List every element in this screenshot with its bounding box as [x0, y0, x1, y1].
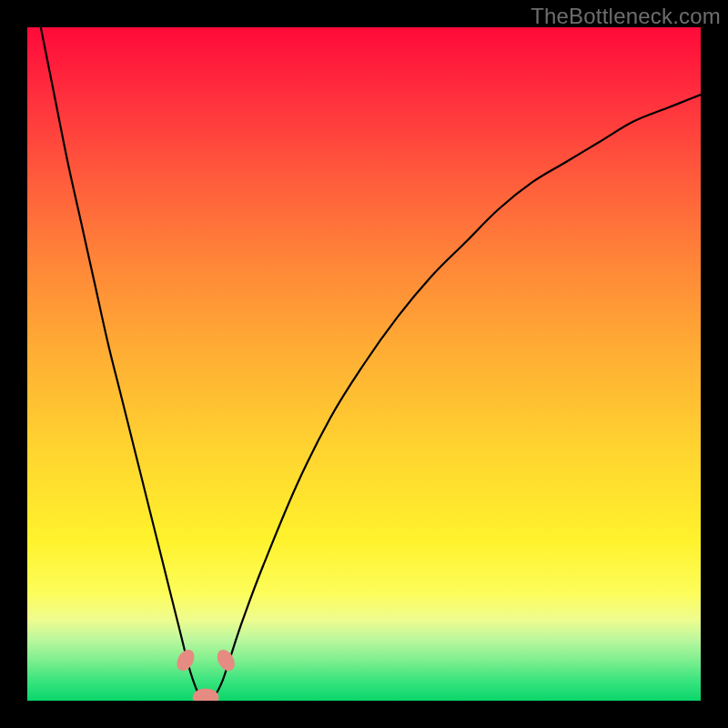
chart-frame: TheBottleneck.com [0, 0, 728, 728]
watermark-text: TheBottleneck.com [531, 4, 721, 29]
marker-left-blob [173, 647, 197, 674]
bottleneck-curve [41, 27, 701, 701]
marker-right-blob [214, 647, 238, 674]
marker-group [173, 647, 238, 701]
curve-svg [27, 27, 701, 701]
plot-area [27, 27, 701, 701]
